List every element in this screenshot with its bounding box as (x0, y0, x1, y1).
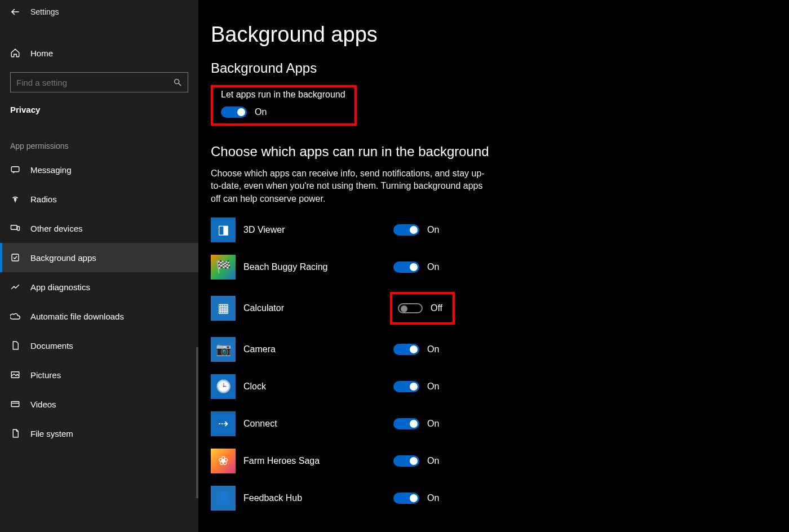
sidebar-item-label: Automatic file downloads (30, 312, 124, 321)
sidebar-item-label: Pictures (30, 370, 61, 380)
main-content: Background apps Background Apps Let apps… (198, 0, 789, 532)
app-row-calculator: ▦CalculatorOff (211, 292, 789, 325)
svg-rect-7 (17, 227, 20, 230)
videos-icon (10, 399, 20, 409)
search-box[interactable] (10, 72, 188, 92)
section2-title: Choose which apps can run in the backgro… (211, 144, 789, 159)
app-toggle-cell: On (390, 222, 445, 238)
app-toggle[interactable] (393, 381, 419, 392)
section2-desc: Choose which apps can receive info, send… (211, 167, 487, 205)
sidebar-item-label: App diagnostics (30, 282, 90, 292)
home-icon (10, 48, 20, 58)
pictures-icon (10, 370, 20, 380)
master-toggle-label: Let apps run in the background (221, 90, 345, 100)
master-toggle-state: On (255, 107, 267, 117)
sidebar-item-documents[interactable]: Documents (0, 331, 198, 360)
app-row-beach-buggy-racing: 🏁Beach Buggy RacingOn (211, 255, 789, 280)
app-toggle-state: On (427, 493, 439, 503)
sidebar-item-label: File system (30, 429, 73, 438)
sidebar-nav-list: MessagingRadiosOther devicesBackground a… (0, 155, 198, 448)
search-icon (173, 78, 182, 87)
svg-point-1 (175, 79, 179, 84)
file-system-icon (10, 428, 20, 438)
sidebar-item-label: Videos (30, 400, 56, 409)
app-name-label: Clock (243, 382, 390, 392)
sidebar-item-radios[interactable]: Radios (0, 184, 198, 214)
apps-list: ◨3D ViewerOn🏁Beach Buggy RacingOn▦Calcul… (211, 218, 789, 511)
app-row-3d-viewer: ◨3D ViewerOn (211, 218, 789, 242)
app-toggle-state: On (427, 225, 439, 235)
app-toggle[interactable] (393, 418, 419, 429)
app-toggle-state: On (427, 262, 439, 272)
svg-rect-8 (12, 254, 19, 261)
app-toggle[interactable] (393, 455, 419, 467)
section1-title: Background Apps (211, 60, 789, 76)
app-row-clock: 🕒ClockOn (211, 374, 789, 399)
sidebar-item-file-system[interactable]: File system (0, 419, 198, 448)
sidebar-item-label: Radios (30, 194, 57, 204)
background-apps-icon (10, 252, 20, 263)
app-toggle-state: On (427, 382, 439, 392)
sidebar-item-label: Background apps (30, 253, 96, 263)
app-toggle-state: On (427, 419, 439, 429)
app-name-label: Farm Heroes Saga (243, 456, 390, 466)
app-name-label: Calculator (243, 303, 390, 313)
app-toggle-cell: On (390, 416, 445, 432)
svg-rect-3 (11, 167, 19, 172)
sidebar-item-label: Documents (30, 341, 73, 351)
sidebar-item-pictures[interactable]: Pictures (0, 360, 198, 389)
master-toggle-block: Let apps run in the background On (211, 85, 357, 126)
radios-icon (10, 194, 20, 204)
app-diagnostics-icon (10, 282, 20, 292)
app-toggle-cell: Off (390, 292, 455, 325)
app-toggle[interactable] (393, 261, 419, 273)
settings-sidebar: Settings Home Privacy App permissions Me… (0, 0, 198, 532)
feedback-icon: 👤 (211, 486, 236, 511)
connect-icon: ⇢ (211, 411, 236, 436)
sidebar-item-messaging[interactable]: Messaging (0, 155, 198, 184)
app-name-label: 3D Viewer (243, 225, 390, 235)
app-name-label: Feedback Hub (243, 493, 390, 503)
svg-rect-10 (11, 402, 19, 407)
app-name-label: Connect (243, 419, 390, 429)
app-toggle[interactable] (393, 224, 419, 236)
app-toggle-cell: On (390, 453, 445, 469)
app-toggle-state: On (427, 344, 439, 354)
app-toggle-state: On (427, 456, 439, 466)
app-toggle-cell: On (390, 379, 445, 394)
search-wrap (0, 65, 198, 92)
sidebar-home[interactable]: Home (0, 41, 198, 65)
farm-icon: ❀ (211, 449, 236, 473)
app-name-label: Camera (243, 344, 390, 354)
search-input[interactable] (16, 78, 173, 87)
app-toggle[interactable] (393, 493, 419, 504)
app-toggle-state: Off (431, 303, 442, 313)
app-toggle[interactable] (393, 344, 419, 355)
app-toggle-cell: On (390, 490, 445, 506)
clock-icon: 🕒 (211, 374, 236, 399)
app-row-camera: 📷CameraOn (211, 337, 789, 362)
app-name-label: Beach Buggy Racing (243, 262, 390, 272)
page-title: Background apps (211, 23, 789, 47)
other-devices-icon (10, 223, 20, 233)
master-toggle[interactable] (221, 107, 247, 118)
sidebar-item-videos[interactable]: Videos (0, 389, 198, 419)
svg-rect-6 (11, 225, 17, 230)
sidebar-item-other-devices[interactable]: Other devices (0, 214, 198, 243)
camera-icon: 📷 (211, 337, 236, 362)
sidebar-item-label: Messaging (30, 165, 72, 175)
app-toggle[interactable] (398, 303, 423, 313)
documents-icon (10, 340, 20, 351)
app-row-feedback-hub: 👤Feedback HubOn (211, 486, 789, 511)
back-icon[interactable] (10, 7, 20, 17)
sidebar-item-label: Other devices (30, 224, 83, 233)
sidebar-top-bar: Settings (0, 0, 198, 24)
app-toggle-cell: On (390, 342, 445, 357)
section-label: App permissions (0, 120, 198, 155)
sidebar-item-automatic-file-downloads[interactable]: Automatic file downloads (0, 302, 198, 331)
sidebar-item-app-diagnostics[interactable]: App diagnostics (0, 272, 198, 302)
home-label: Home (30, 48, 53, 58)
calculator-icon: ▦ (211, 296, 236, 321)
sidebar-item-background-apps[interactable]: Background apps (0, 243, 198, 272)
app-row-farm-heroes-saga: ❀Farm Heroes SagaOn (211, 449, 789, 473)
